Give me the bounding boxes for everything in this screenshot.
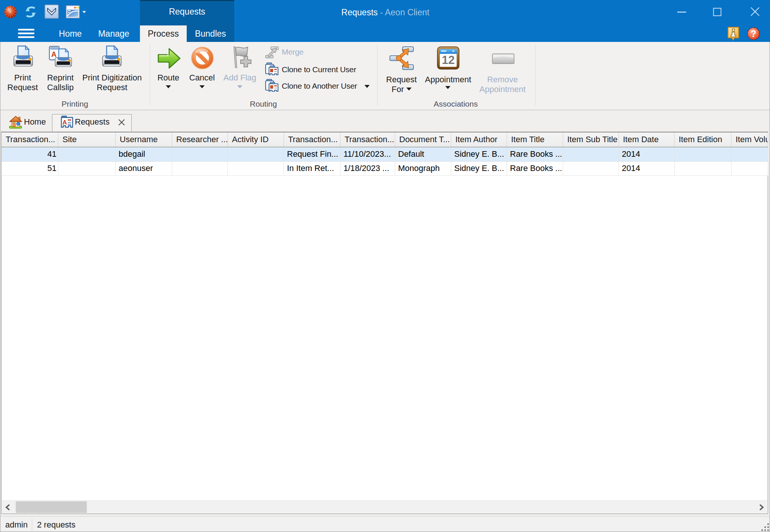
svg-text:A: A <box>62 119 67 126</box>
svg-text:?: ? <box>751 28 756 39</box>
svg-text:12: 12 <box>442 53 455 67</box>
svg-text:A: A <box>51 50 56 58</box>
